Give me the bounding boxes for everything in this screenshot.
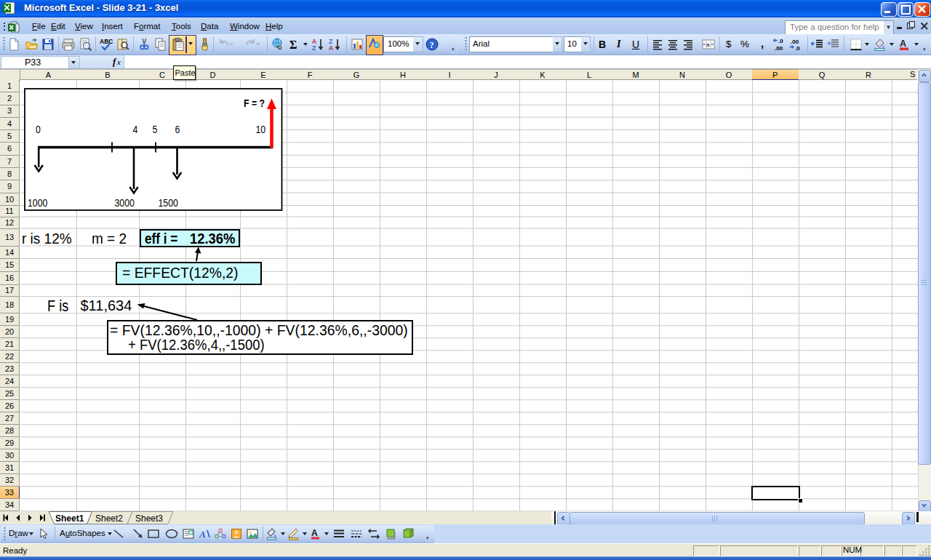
svg-text:Sheet2: Sheet2	[95, 513, 123, 524]
svg-text:A: A	[311, 528, 318, 538]
svg-text:A: A	[199, 529, 206, 540]
svg-text:Sheet1: Sheet1	[55, 513, 84, 524]
svg-text:Sheet3: Sheet3	[135, 513, 163, 524]
